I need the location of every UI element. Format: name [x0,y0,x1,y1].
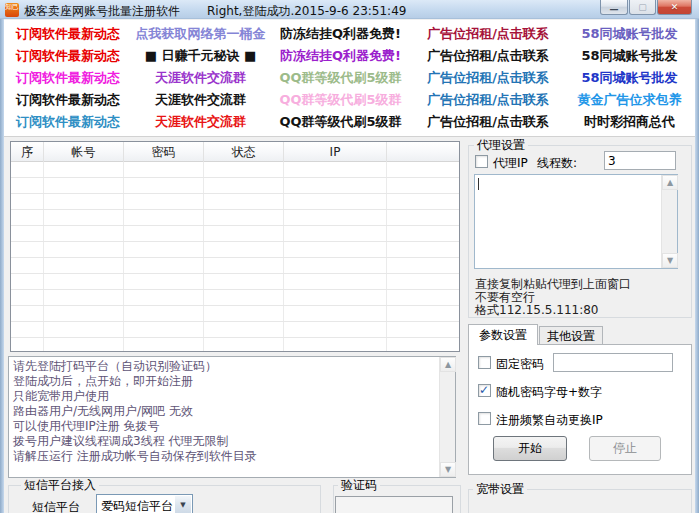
table-cell [387,306,459,321]
instructions-scrollbar[interactable]: ▲ ▼ [439,357,455,477]
table-cell [387,178,459,193]
column-header[interactable] [387,142,459,162]
ad-link[interactable]: ■ 日赚千元秘诀 ■ [132,47,269,65]
proxy-scrollbar[interactable]: ▲ ▼ [661,175,677,268]
table-cell [284,322,387,337]
table-cell [204,162,284,177]
fixed-password-input[interactable] [553,353,673,372]
start-button[interactable]: 开始 [493,436,567,461]
table-cell [387,226,459,241]
ad-link[interactable]: 点我获取网络第一桶金 [132,25,269,43]
table-cell [11,258,44,273]
minimize-button[interactable]: — [600,0,628,15]
table-cell [44,322,124,337]
table-cell [44,306,124,321]
app-window: 知己 极客卖座网账号批量注册软件 Right,登陆成功.2015-9-6 23:… [0,0,699,513]
table-cell [387,242,459,257]
table-cell [387,162,459,177]
sms-platform-select[interactable]: 爱码短信平台 ▼ [96,494,193,513]
column-header[interactable]: 状态 [204,142,284,162]
ad-link[interactable]: 黄金广告位求包养 [564,91,695,109]
table-cell [284,274,387,289]
fixed-password-checkbox[interactable] [478,356,491,369]
ad-link[interactable]: 订阅软件最新动态 [4,113,132,131]
instructions-box[interactable]: 请先登陆打码平台（自动识别验证码） 登陆成功后，点开始，即开始注册 只能宽带用户… [8,356,456,478]
column-header[interactable]: 密码 [124,142,204,162]
table-row [11,274,459,290]
proxy-ip-checkbox[interactable] [475,155,488,168]
ad-link[interactable]: 天涯软件交流群 [132,69,269,87]
ad-link[interactable]: 订阅软件最新动态 [4,25,132,43]
close-icon: ✕ [671,3,679,12]
table-cell [387,210,459,225]
table-cell [387,194,459,209]
ad-link[interactable]: 天涯软件交流群 [132,91,269,109]
client-area: 订阅软件最新动态点我获取网络第一桶金防冻结挂Q利器免费!广告位招租/点击联系58… [4,19,695,513]
table-cell [44,242,124,257]
ad-link[interactable]: 广告位招租/点击联系 [412,91,564,109]
tab-other-settings[interactable]: 其他设置 [539,326,603,345]
column-header[interactable]: 序 [11,142,44,162]
column-header[interactable]: 帐号 [44,142,124,162]
table-cell [44,210,124,225]
table-cell [387,322,459,337]
random-password-checkbox[interactable]: ✓ [478,384,491,397]
accounts-table: 序帐号密码状态IP [10,141,460,352]
ad-link[interactable]: 58同城账号批发 [564,25,695,43]
table-cell [387,338,459,352]
ads-grid: 订阅软件最新动态点我获取网络第一桶金防冻结挂Q利器免费!广告位招租/点击联系58… [4,20,695,137]
ad-link[interactable]: QQ群等级代刷5级群 [269,91,412,109]
proxy-list-textarea[interactable]: ▲ ▼ [474,174,678,269]
table-cell [387,258,459,273]
table-cell [204,258,284,273]
table-cell [44,226,124,241]
table-cell [124,178,204,193]
ad-link[interactable]: 订阅软件最新动态 [4,69,132,87]
table-cell [284,178,387,193]
scroll-up-icon[interactable]: ▲ [440,357,456,372]
ad-link[interactable]: 58同城账号批发 [564,47,695,65]
table-cell [387,290,459,305]
scroll-down-icon[interactable]: ▼ [662,253,678,268]
ad-link[interactable]: 防冻结挂Q利器免费! [269,47,412,65]
ad-link[interactable]: 广告位招租/点击联系 [412,47,564,65]
ad-link[interactable]: 广告位招租/点击联系 [412,113,564,131]
chevron-down-icon[interactable]: ▼ [175,496,191,513]
table-cell [204,338,284,352]
ad-link[interactable]: 订阅软件最新动态 [4,91,132,109]
broadband-group: 宽带设置 [468,489,692,513]
table-cell [204,194,284,209]
ad-link[interactable]: 订阅软件最新动态 [4,47,132,65]
scroll-down-icon[interactable]: ▼ [440,462,456,477]
maximize-icon: ▢ [638,3,647,12]
scroll-up-icon[interactable]: ▲ [662,175,678,190]
table-cell [44,338,124,352]
ad-link[interactable]: 广告位招租/点击联系 [412,25,564,43]
titlebar[interactable]: 知己 极客卖座网账号批量注册软件 Right,登陆成功.2015-9-6 23:… [0,0,699,19]
column-header[interactable]: IP [284,142,387,162]
ads-row: 订阅软件最新动态天涯软件交流群QQ群等级代刷5级群广告位招租/点击联系58同城账… [4,67,695,89]
table-cell [11,306,44,321]
thread-count-input[interactable] [604,151,676,170]
ads-row: 订阅软件最新动态点我获取网络第一桶金防冻结挂Q利器免费!广告位招租/点击联系58… [4,23,695,45]
table-cell [124,210,204,225]
ad-link[interactable]: QQ群等级代刷5级群 [269,113,412,131]
ad-link[interactable]: 时时彩招商总代 [564,113,695,131]
table-body [11,162,459,352]
table-cell [284,162,387,177]
ad-link[interactable]: 天涯软件交流群 [132,113,269,131]
fixed-password-label: 固定密码 [496,356,544,373]
close-button[interactable]: ✕ [657,0,692,15]
ad-link[interactable]: 广告位招租/点击联系 [412,69,564,87]
tab-param-settings[interactable]: 参数设置 [468,324,538,345]
table-cell [44,194,124,209]
table-cell [124,226,204,241]
table-cell [124,338,204,352]
table-cell [44,162,124,177]
auto-change-ip-checkbox[interactable] [478,412,491,425]
table-cell [11,178,44,193]
ad-link[interactable]: 58同城账号批发 [564,69,695,87]
ad-link[interactable]: 防冻结挂Q利器免费! [269,25,412,43]
ad-link[interactable]: QQ群等级代刷5级群 [269,69,412,87]
table-cell [11,322,44,337]
